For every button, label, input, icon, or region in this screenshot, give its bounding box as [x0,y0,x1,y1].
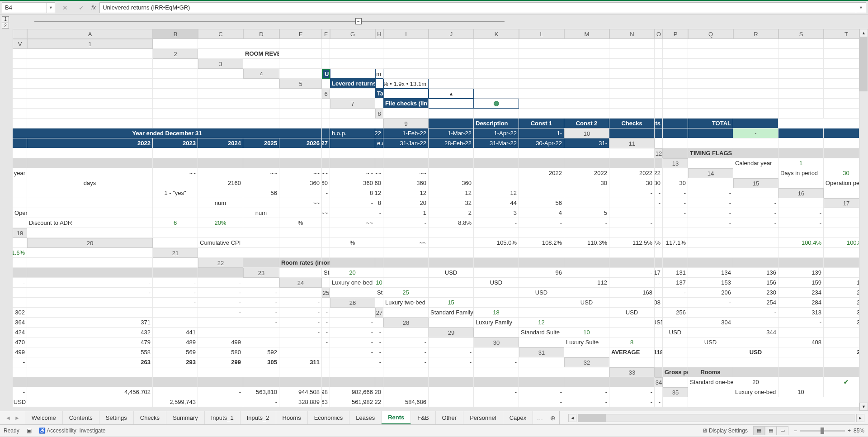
row-header-31[interactable]: 31 [519,347,564,357]
name-box-dropdown[interactable]: ▼ [47,2,55,13]
col-header-D[interactable]: D [243,29,279,39]
row-header-9[interactable]: 9 [383,119,429,128]
col-header-P[interactable]: P [663,29,688,39]
sheet-tab-inputs_2[interactable]: Inputs_2 [241,411,276,424]
col-header-M[interactable]: M [564,29,609,39]
hscroll-left-icon[interactable]: ◄ [568,414,576,422]
row-header-19[interactable]: 19 [13,228,27,238]
display-settings[interactable]: 🖥 Display Settings [702,428,748,434]
scroll-up-icon[interactable]: ▲ [859,29,868,37]
row-header-16[interactable]: 16 [778,188,824,198]
row-header-15[interactable]: 15 [733,178,778,188]
row-header-12[interactable]: 12 [655,148,663,158]
sheet-tab-contents[interactable]: Contents [63,411,99,424]
sheet-tab-personnel[interactable]: Personnel [463,411,503,424]
zoom-slider[interactable] [800,430,845,432]
sheet-tab-economics[interactable]: Economics [308,411,350,424]
select-all-cell[interactable] [13,29,27,39]
sheet-tab-f&b[interactable]: F&B [411,411,435,424]
tab-add-icon[interactable]: ⊕ [547,411,559,424]
row-header-21[interactable]: 21 [153,248,198,258]
row-header-6[interactable]: 6 [322,89,330,99]
sheet-tab-capex[interactable]: Capex [503,411,533,424]
row-header-30[interactable]: 30 [474,337,519,347]
sheet-tab-welcome[interactable]: Welcome [25,411,63,424]
row-header-27[interactable]: 27 [375,308,383,318]
sheet-tab-leases[interactable]: Leases [349,411,382,424]
col-header-R[interactable]: R [733,29,778,39]
sheet-tab-inputs_1[interactable]: Inputs_1 [205,411,241,424]
col-header-J[interactable]: J [429,29,474,39]
col-header-V[interactable]: V [13,39,27,49]
name-box[interactable]: B4 [2,2,47,13]
col-header-S[interactable]: S [778,29,824,39]
row-header-24[interactable]: 24 [279,278,322,288]
tab-nav-prev-icon[interactable]: ► [14,415,20,421]
accessibility-status[interactable]: ♿ Accessibility: Investigate [39,428,106,434]
col-header-L[interactable]: L [519,29,564,39]
tab-more-icon[interactable]: … [533,411,547,424]
row-header-4[interactable]: 4 [243,69,279,79]
sheet-tab-rooms[interactable]: Rooms [276,411,308,424]
row-header-28[interactable]: 28 [383,318,429,328]
cancel-formula-icon[interactable]: ✕ [59,2,71,13]
row-header-3[interactable]: 3 [198,59,243,69]
row-header-8[interactable]: 8 [375,109,383,119]
col-header-T[interactable]: T [824,29,859,39]
formula-input[interactable]: Unlevered returns (IRR•EqM•GR) [99,2,856,13]
row-header-22[interactable]: 22 [198,258,243,268]
view-page-layout-icon[interactable]: ▤ [765,426,777,435]
col-header-G[interactable]: G [330,29,375,39]
row-header-10[interactable]: 10 [564,128,609,138]
row-header-32[interactable]: 32 [564,357,609,367]
zoom-out-icon[interactable]: − [794,428,797,434]
row-header-20[interactable]: 20 [27,238,153,248]
macro-record-icon[interactable]: ▣ [27,428,32,434]
outline-level-2[interactable]: 2 [2,23,9,28]
hscroll-right-icon[interactable]: ► [856,414,864,422]
col-header-F[interactable]: F [322,29,330,39]
col-header-H[interactable]: H [375,29,383,39]
col-header-A[interactable]: A [27,29,153,39]
row-header-2[interactable]: 2 [153,49,198,59]
col-header-B[interactable]: B [153,29,198,39]
row-header-14[interactable]: 14 [688,168,733,178]
formula-expand-icon[interactable]: ▼ [856,2,866,13]
outline-collapse-button[interactable]: − [355,18,362,24]
row-header-13[interactable]: 13 [663,158,688,168]
row-header-33[interactable]: 33 [609,367,655,377]
sheet-tab-other[interactable]: Other [436,411,464,424]
col-header-N[interactable]: N [609,29,655,39]
sheet-tab-settings[interactable]: Settings [99,411,134,424]
zoom-level[interactable]: 85% [854,428,864,434]
row-header-26[interactable]: 26 [330,298,375,308]
view-normal-icon[interactable]: ▦ [753,426,765,435]
horizontal-scrollbar[interactable] [578,414,854,422]
scroll-down-icon[interactable]: ▼ [859,403,868,411]
row-header-11[interactable]: 11 [609,138,655,148]
col-header-K[interactable]: K [474,29,519,39]
row-header-17[interactable]: 17 [824,198,859,208]
row-header-29[interactable]: 29 [429,328,474,337]
view-page-break-icon[interactable]: ▭ [777,426,788,435]
col-header-I[interactable]: I [383,29,429,39]
col-header-Q[interactable]: Q [688,29,733,39]
tab-nav-first-icon[interactable]: ◄ [5,415,11,421]
col-header-E[interactable]: E [279,29,322,39]
col-header-O[interactable]: O [655,29,663,39]
sheet-tab-summary[interactable]: Summary [166,411,205,424]
zoom-in-icon[interactable]: + [848,428,851,434]
row-header-1[interactable]: 1 [27,39,153,49]
row-header-35[interactable]: 35 [663,387,688,397]
row-header-34[interactable]: 34 [655,377,663,387]
row-header-25[interactable]: 25 [322,288,330,298]
confirm-formula-icon[interactable]: ✓ [75,2,88,13]
sheet-tab-checks[interactable]: Checks [134,411,166,424]
row-header-23[interactable]: 23 [243,268,279,278]
sheet-tab-rents[interactable]: Rents [382,411,411,424]
col-header-C[interactable]: C [198,29,243,39]
fx-icon[interactable]: fx [91,4,96,11]
outline-level-1[interactable]: 1 [2,16,9,22]
row-header-5[interactable]: 5 [279,79,322,89]
vertical-scrollbar[interactable]: ▲ ▼ [859,29,868,411]
